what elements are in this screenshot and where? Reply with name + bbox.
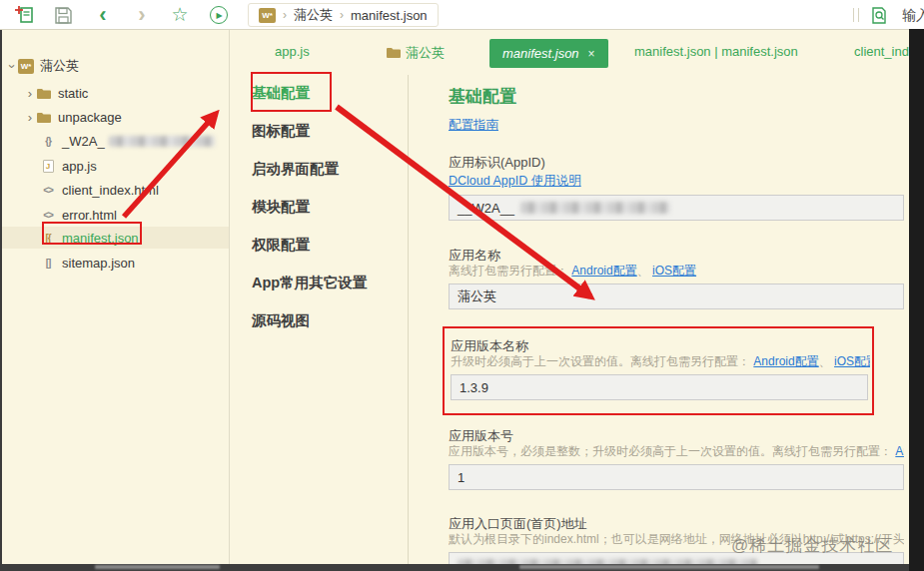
- field-version-code: 应用版本号 应用版本号，必须是整数；升级时必须高于上一次设置的值。离线打包需另行…: [449, 428, 907, 490]
- chevron-down-icon[interactable]: ›: [5, 60, 20, 72]
- menu-item-permission-config[interactable]: 权限配置: [252, 236, 402, 255]
- json-file-icon: [ ]: [40, 258, 56, 269]
- tab-appjs[interactable]: app.js: [275, 44, 310, 59]
- tree-item-label[interactable]: _W2A_: [62, 134, 105, 149]
- tree-project-root[interactable]: › W* 蒲公英: [2, 55, 230, 77]
- breadcrumb-separator: ›: [340, 8, 344, 22]
- android-config-link[interactable]: Android配置: [895, 444, 904, 458]
- app-name-input[interactable]: 蒲公英: [449, 284, 904, 309]
- tree-item-label[interactable]: error.html: [62, 208, 117, 223]
- tree-item-label[interactable]: unpackage: [58, 110, 122, 125]
- menu-item-splash-config[interactable]: 启动界面配置: [252, 160, 402, 179]
- field-hint: 应用版本号，必须是整数；升级时必须高于上一次设置的值。离线打包需另行配置： An…: [449, 444, 904, 459]
- hbuilderx-window: ‹ › ☆ ▶ W* › 蒲公英 › manifest.json 输入 › W*…: [0, 0, 924, 571]
- manifest-config-menu: 基础配置 图标配置 启动界面配置 模块配置 权限配置 App常用其它设置 源码视…: [252, 84, 402, 349]
- toolbar-dividers: [853, 8, 859, 22]
- bottom-cutoff-strip: [0, 564, 924, 571]
- field-label: 应用名称: [449, 248, 907, 264]
- field-label: 应用标识(AppID): [449, 155, 907, 171]
- project-badge-icon: W*: [259, 8, 276, 23]
- menu-item-icon-config[interactable]: 图标配置: [252, 122, 402, 141]
- field-hint: 升级时必须高于上一次设置的值。离线打包需另行配置： Android配置、 iOS…: [451, 354, 870, 369]
- watermark: @稀土掘金技术社区: [731, 534, 893, 557]
- file-tree: › W* 蒲公英 › static › unpackage { } _W2A_ …: [0, 30, 230, 564]
- tab-manifest-active[interactable]: manifest.json ×: [489, 39, 608, 68]
- chevron-right-icon[interactable]: ›: [24, 110, 36, 125]
- js-file-icon: J: [40, 160, 56, 173]
- tree-item-label[interactable]: manifest.json: [62, 231, 139, 246]
- page-title: 基础配置: [449, 85, 907, 108]
- field-hint: 离线打包需另行配置： Android配置、 iOS配置: [449, 264, 904, 279]
- chevron-right-icon[interactable]: ›: [24, 86, 36, 101]
- android-config-link[interactable]: Android配置: [571, 264, 636, 278]
- html-file-icon: <>: [40, 185, 56, 196]
- blurred-text: [520, 202, 670, 214]
- tree-item-label[interactable]: client_index.html: [62, 183, 159, 198]
- folder-icon: [387, 46, 401, 61]
- html-file-icon: <>: [40, 210, 56, 221]
- field-label: 应用入口页面(首页)地址: [449, 516, 907, 532]
- field-version-name-highlight: 应用版本名称 升级时必须高于上一次设置的值。离线打包需另行配置： Android…: [443, 326, 874, 415]
- tree-item-unpackage[interactable]: › unpackage: [2, 106, 230, 128]
- tree-item-label[interactable]: static: [58, 86, 88, 101]
- folder-icon: [36, 112, 52, 123]
- breadcrumb[interactable]: W* › 蒲公英 › manifest.json: [248, 3, 439, 27]
- field-app-name: 应用名称 离线打包需另行配置： Android配置、 iOS配置 蒲公英: [449, 248, 907, 309]
- search-file-icon[interactable]: [868, 4, 890, 26]
- forward-icon[interactable]: ›: [131, 4, 153, 26]
- tree-item-client-index[interactable]: <> client_index.html: [2, 179, 230, 201]
- braces-icon: { }: [40, 136, 56, 147]
- search-input[interactable]: 输入: [902, 7, 924, 25]
- tree-item-static[interactable]: › static: [2, 82, 230, 104]
- menu-item-app-other-settings[interactable]: App常用其它设置: [252, 274, 402, 292]
- blurred-text: [109, 136, 215, 147]
- tree-item-label[interactable]: app.js: [62, 159, 97, 174]
- dcloud-appid-doc-link[interactable]: DCloud AppID 使用说明: [449, 174, 581, 188]
- tab-manifest-split[interactable]: manifest.json | manifest.json: [634, 44, 798, 59]
- ios-config-link[interactable]: iOS配置: [652, 264, 696, 278]
- menu-item-source-view[interactable]: 源码视图: [252, 311, 402, 330]
- version-code-input[interactable]: 1: [449, 464, 904, 490]
- tree-item-label[interactable]: sitemap.json: [62, 256, 135, 271]
- basic-config-form: 基础配置 配置指南 应用标识(AppID) DCloud AppID 使用说明 …: [409, 75, 907, 564]
- tree-project-label[interactable]: 蒲公英: [40, 57, 79, 75]
- right-edge-band: [909, 29, 924, 571]
- favorite-star-icon[interactable]: ☆: [169, 4, 191, 26]
- tab-client-index[interactable]: client_index: [854, 44, 909, 59]
- editor-tabbar: app.js 蒲公英 manifest.json × manifest.json…: [230, 32, 909, 74]
- appid-input[interactable]: __W2A__: [449, 195, 904, 221]
- back-icon[interactable]: ‹: [92, 4, 114, 26]
- breadcrumb-separator: ›: [283, 8, 287, 22]
- toolbar: ‹ › ☆ ▶ W* › 蒲公英 › manifest.json 输入: [0, 0, 924, 30]
- android-config-link[interactable]: Android配置: [753, 354, 818, 368]
- breadcrumb-file[interactable]: manifest.json: [351, 8, 428, 23]
- json-file-icon: [{: [40, 233, 56, 244]
- save-icon[interactable]: [52, 4, 74, 26]
- version-name-input[interactable]: 1.3.9: [451, 374, 868, 400]
- tree-item-error[interactable]: <> error.html: [2, 204, 230, 226]
- tab-pugongying[interactable]: 蒲公英: [387, 44, 445, 62]
- tree-item-sitemap[interactable]: [ ] sitemap.json: [2, 252, 230, 274]
- project-badge-icon: W*: [18, 59, 34, 74]
- new-file-icon[interactable]: [14, 4, 36, 26]
- tree-item-manifest[interactable]: [{ manifest.json: [2, 227, 230, 249]
- ios-config-link[interactable]: iOS配置: [834, 354, 870, 368]
- breadcrumb-project[interactable]: 蒲公英: [294, 6, 333, 24]
- menu-item-basic-config[interactable]: 基础配置: [252, 84, 402, 103]
- tree-item-appjs[interactable]: J app.js: [2, 155, 230, 177]
- menu-item-module-config[interactable]: 模块配置: [252, 198, 402, 217]
- tree-item-w2a[interactable]: { } _W2A_: [2, 130, 230, 152]
- config-guide-link[interactable]: 配置指南: [449, 118, 498, 132]
- run-icon[interactable]: ▶: [208, 4, 230, 26]
- field-appid: 应用标识(AppID) DCloud AppID 使用说明 __W2A__: [449, 155, 907, 221]
- close-icon[interactable]: ×: [588, 47, 595, 61]
- folder-icon: [36, 88, 52, 99]
- field-label: 应用版本号: [449, 428, 907, 444]
- field-label: 应用版本名称: [451, 338, 872, 354]
